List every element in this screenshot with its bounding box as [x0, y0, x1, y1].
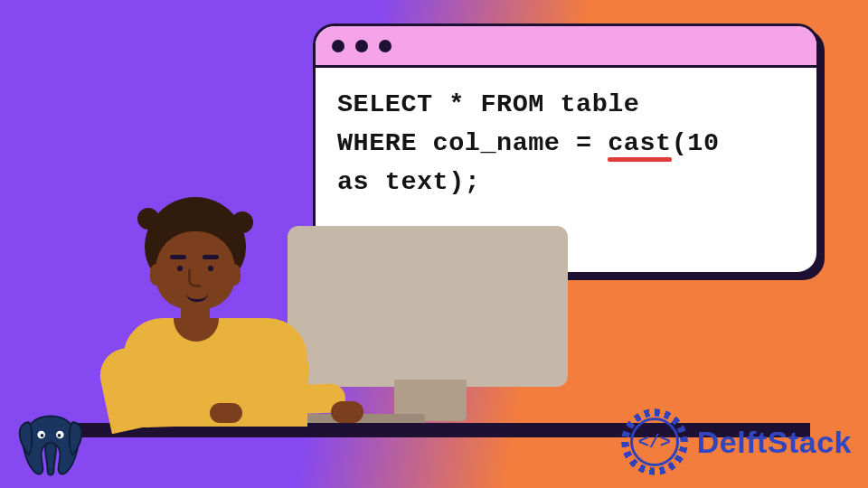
code-line: SELECT * FROM table	[337, 89, 639, 119]
delftstack-wordmark: DelftStack	[697, 425, 852, 460]
delftstack-mark-text: </>	[638, 432, 671, 453]
person-brow-right	[203, 255, 219, 259]
delftstack-mark-icon: </>	[621, 408, 688, 475]
window-dot-icon	[355, 40, 368, 52]
window-dot-icon	[379, 40, 392, 52]
window-titlebar	[316, 26, 816, 68]
person-forearm-left	[131, 396, 215, 427]
svg-point-3	[58, 434, 61, 437]
window-dot-icon	[332, 40, 344, 52]
person-eye-left	[177, 266, 183, 271]
code-line: (10	[672, 128, 720, 158]
code-line: WHERE col_name =	[337, 128, 608, 158]
code-content: SELECT * FROM table WHERE col_name = cas…	[316, 68, 816, 220]
person-hand-left	[210, 403, 242, 423]
code-line: as text);	[337, 167, 480, 197]
code-cast-keyword: cast	[608, 128, 671, 158]
person-ear-right	[226, 264, 241, 286]
person-nose	[188, 269, 201, 287]
person-eye-right	[208, 266, 213, 271]
person-hand-right	[331, 401, 363, 423]
svg-point-2	[41, 434, 44, 437]
stage: SELECT * FROM table WHERE col_name = cas…	[0, 0, 868, 488]
person-brow-left	[170, 255, 186, 259]
person-ear-left	[150, 264, 165, 286]
postgresql-icon	[9, 407, 92, 484]
monitor-back	[288, 226, 568, 387]
delftstack-logo: </> DelftStack	[621, 408, 852, 475]
